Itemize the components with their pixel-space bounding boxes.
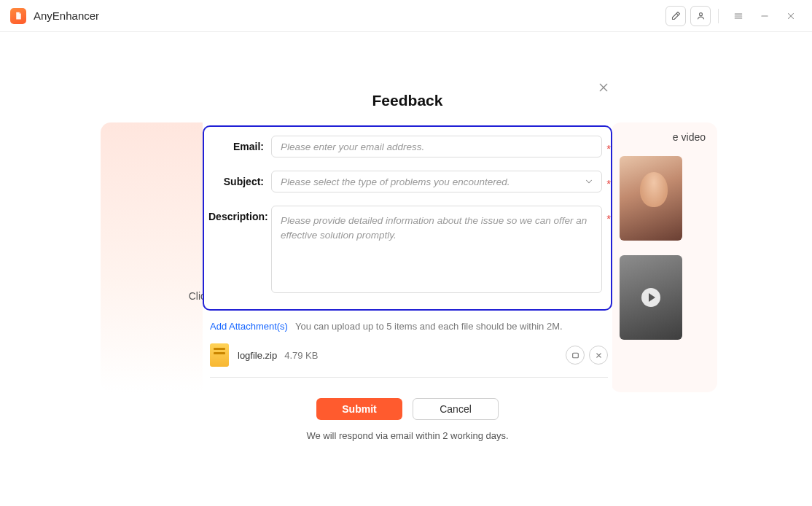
modal-title: Feedback (203, 70, 612, 125)
attachment-filesize: 4.79 KB (284, 350, 318, 361)
edit-icon-button[interactable] (665, 6, 686, 26)
add-attachment-link[interactable]: Add Attachment(s) (210, 321, 288, 332)
app-name: AnyEnhancer (34, 9, 99, 22)
sample-videos-label: e video (620, 131, 708, 143)
remove-attachment-button[interactable] (589, 346, 608, 365)
account-icon-button[interactable] (690, 6, 711, 26)
subject-placeholder: Please select the type of problems you e… (281, 176, 510, 187)
response-note: We will respond via email within 2 worki… (203, 430, 612, 441)
sample-videos-panel: e video (611, 122, 717, 392)
attachment-row: logfile.zip 4.79 KB (210, 339, 608, 378)
svg-rect-9 (572, 353, 578, 358)
subject-select[interactable]: Please select the type of problems you e… (271, 171, 602, 192)
email-input[interactable] (271, 136, 602, 157)
description-label: Description: (208, 206, 271, 222)
description-textarea[interactable] (271, 206, 602, 293)
sample-video-thumb-2[interactable] (620, 255, 682, 340)
titlebar-divider (718, 9, 719, 23)
menu-icon-button[interactable] (727, 5, 749, 27)
attachment-filename: logfile.zip (238, 350, 277, 361)
chevron-down-icon (584, 176, 594, 189)
minimize-button[interactable] (754, 5, 776, 27)
titlebar: AnyEnhancer (0, 0, 812, 32)
required-mark: * (606, 212, 611, 225)
svg-point-0 (699, 13, 702, 16)
form-highlight-box: Email: * Subject: Please select the type… (203, 125, 612, 311)
email-label: Email: (208, 136, 271, 152)
submit-button[interactable]: Submit (316, 398, 402, 420)
feedback-modal: Feedback Email: * Subject: Please select… (203, 70, 612, 441)
cancel-button[interactable]: Cancel (413, 398, 499, 420)
sample-video-thumb-1[interactable] (620, 156, 682, 241)
close-window-button[interactable] (780, 5, 802, 27)
zip-file-icon (210, 343, 229, 367)
required-mark: * (606, 177, 611, 190)
app-logo (10, 8, 26, 24)
play-icon (641, 288, 660, 307)
attachment-hint: You can upload up to 5 items and each fi… (295, 321, 563, 332)
modal-close-button[interactable] (595, 79, 612, 96)
required-mark: * (606, 142, 611, 155)
open-folder-button[interactable] (566, 346, 585, 365)
subject-label: Subject: (208, 171, 271, 187)
